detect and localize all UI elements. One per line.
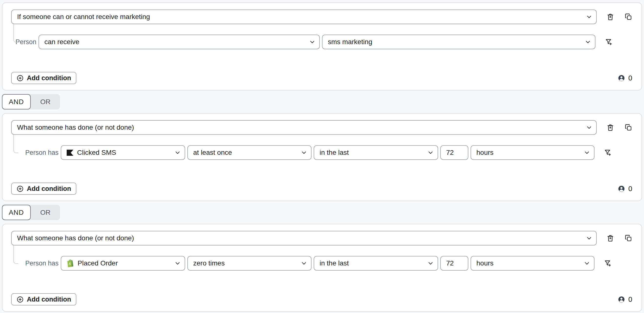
condition-block-3: What someone has done (or not done) Pers… [2,224,642,312]
timeframe-value: in the last [320,259,424,267]
logic-operator-toggle-1: AND OR [2,94,60,109]
timeframe-select[interactable]: in the last [314,145,438,160]
event-select[interactable]: S Placed Order [61,256,185,271]
chevron-down-icon [584,149,590,156]
condition-type-value: What someone has done (or not done) [17,234,583,242]
add-condition-button[interactable]: Add condition [11,72,76,84]
channel-value: sms marketing [328,38,582,46]
add-condition-label: Add condition [27,74,71,82]
condition-type-select[interactable]: If someone can or cannot receive marketi… [11,9,597,24]
consent-value: can receive [44,38,306,46]
condition-block-1: If someone can or cannot receive marketi… [2,2,642,90]
add-filter-button[interactable] [604,259,612,268]
svg-text:S: S [69,262,71,266]
profile-count-value: 0 [628,296,632,304]
add-condition-button[interactable]: Add condition [11,183,76,195]
unit-value: hours [476,149,581,156]
branch-connector [14,24,18,42]
chevron-down-icon [301,149,307,156]
add-condition-label: Add condition [27,185,71,193]
delete-condition-button[interactable] [606,123,615,132]
chevron-down-icon [428,149,434,156]
person-circle-icon [618,296,625,303]
chevron-down-icon [309,39,316,45]
condition-type-value: If someone can or cannot receive marketi… [17,13,583,21]
unit-select[interactable]: hours [470,145,594,160]
unit-select[interactable]: hours [470,256,594,271]
chevron-down-icon [301,260,307,267]
trash-icon [606,234,614,242]
consent-select[interactable]: can receive [38,35,320,49]
profile-count: 0 [618,74,632,82]
chevron-down-icon [586,124,592,131]
event-select[interactable]: Clicked SMS [61,145,185,160]
duplicate-condition-button[interactable] [624,123,633,132]
timeframe-select[interactable]: in the last [314,256,438,271]
branch-connector [14,135,18,153]
copy-icon [624,234,632,242]
add-filter-button[interactable] [604,37,613,46]
event-value: Clicked SMS [77,149,172,156]
profile-count: 0 [618,296,632,304]
frequency-value: zero times [193,259,298,267]
copy-icon [624,13,632,21]
condition-type-select[interactable]: What someone has done (or not done) [11,231,597,246]
row-label: Person has [11,149,58,156]
or-button[interactable]: OR [31,205,60,220]
person-circle-icon [618,185,625,192]
plus-circle-icon [16,75,24,82]
row-label: Person has [11,260,58,267]
channel-select[interactable]: sms marketing [322,35,596,49]
plus-circle-icon [16,296,24,303]
profile-count-value: 0 [628,185,632,193]
unit-value: hours [476,259,581,267]
branch-connector [14,246,18,264]
chevron-down-icon [428,260,434,267]
add-condition-label: Add condition [27,296,71,303]
logic-operator-toggle-2: AND OR [2,205,60,220]
add-condition-button[interactable]: Add condition [11,293,76,306]
filter-plus-icon [604,149,612,156]
segment-condition-builder: If someone can or cannot receive marketi… [0,2,644,313]
frequency-value: at least once [193,149,298,156]
profile-count: 0 [618,185,632,193]
condition-type-select[interactable]: What someone has done (or not done) [11,120,597,135]
timeframe-value: in the last [320,149,424,156]
klaviyo-flag-icon [66,150,74,156]
or-button[interactable]: OR [31,94,60,109]
chevron-down-icon [585,39,591,45]
event-value: Placed Order [78,259,172,267]
and-button[interactable]: AND [2,94,31,109]
amount-input[interactable] [440,145,468,160]
condition-block-2: What someone has done (or not done) Pers… [2,113,642,201]
delete-condition-button[interactable] [606,12,615,21]
frequency-select[interactable]: at least once [187,145,312,160]
duplicate-condition-button[interactable] [624,234,633,243]
chevron-down-icon [584,260,590,267]
chevron-down-icon [586,235,592,241]
and-button[interactable]: AND [2,205,31,220]
person-circle-icon [618,75,625,82]
delete-condition-button[interactable] [606,234,615,243]
chevron-down-icon [586,14,592,20]
filter-plus-icon [604,259,612,267]
chevron-down-icon [174,149,181,156]
trash-icon [606,124,614,131]
filter-plus-icon [605,38,613,46]
copy-icon [624,124,632,131]
plus-circle-icon [16,185,24,192]
chevron-down-icon [174,260,181,267]
shopify-bag-icon: S [66,259,74,268]
trash-icon [606,13,614,21]
profile-count-value: 0 [628,74,632,82]
condition-type-value: What someone has done (or not done) [17,124,583,131]
amount-input[interactable] [440,256,468,271]
duplicate-condition-button[interactable] [624,12,633,21]
add-filter-button[interactable] [604,148,612,157]
frequency-select[interactable]: zero times [187,256,312,271]
